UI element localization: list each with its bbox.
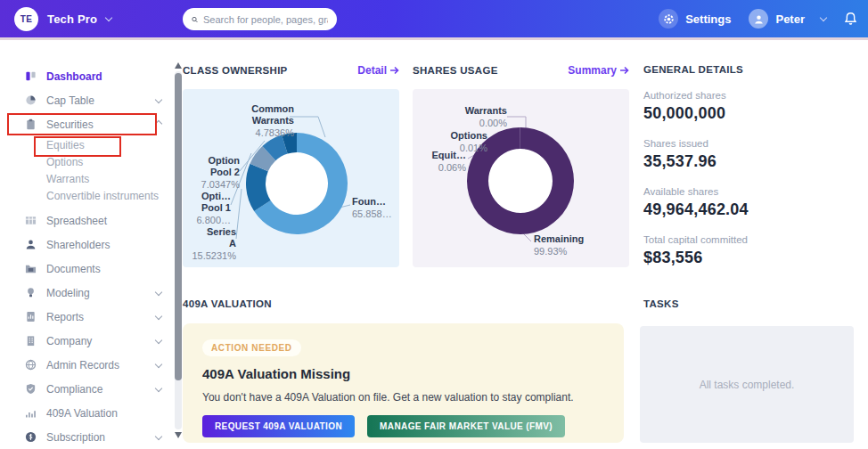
settings-label: Settings (685, 12, 731, 26)
documents-icon (25, 263, 37, 274)
donut-label-option-pool-2: Option Pool 2 7.0347% (188, 155, 240, 191)
chevron-down-icon[interactable] (155, 336, 162, 343)
sidebar: Dashboard Cap Table Securities Equities … (0, 40, 174, 449)
sidebar-item-label: Subscription (46, 431, 105, 444)
arrow-right-icon (619, 66, 629, 75)
company-switcher[interactable]: Tech Pro (47, 12, 97, 26)
main-content: CLASS OWNERSHIP Detail Common Warrants 4… (174, 40, 868, 449)
chevron-up-icon[interactable] (155, 119, 162, 127)
sidebar-item-cap-table[interactable]: Cap Table (0, 88, 174, 112)
sidebar-item-warrants[interactable]: Warrants (0, 170, 174, 187)
user-name: Peter (775, 12, 805, 26)
sidebar-item-409a-valuation[interactable]: 409A Valuation (0, 401, 174, 425)
company-logo[interactable]: TE (14, 7, 38, 31)
donut-label-remaining: Remaining 99.93% (534, 233, 584, 257)
user-menu[interactable]: Peter (749, 9, 826, 29)
topbar: TE Tech Pro Settings (0, 0, 868, 37)
scroll-up-arrow-icon[interactable] (175, 62, 182, 69)
sidebar-item-label: Dashboard (46, 70, 102, 83)
section-title: TASKS (643, 298, 679, 309)
general-details-item: Available shares 49,964,462.04 (643, 186, 857, 219)
chevron-down-icon[interactable] (155, 432, 162, 439)
valuation-409a-panel: ACTION NEEDED 409A Valuation Missing You… (183, 323, 624, 443)
request-409a-valuation-button[interactable]: REQUEST 409A VALUATION (202, 415, 355, 437)
sidebar-item-dashboard[interactable]: Dashboard (0, 64, 174, 88)
bell-icon[interactable] (844, 12, 857, 26)
sidebar-item-label: Compliance (46, 383, 102, 396)
donut-label-warrants: Warrants 0.00% (446, 105, 507, 129)
spreadsheet-icon (25, 215, 37, 226)
chevron-down-icon[interactable] (155, 312, 162, 319)
sidebar-item-equities[interactable]: Equities (0, 136, 174, 153)
sidebar-item-spreadsheet[interactable]: Spreadsheet (0, 208, 174, 233)
search-icon (192, 14, 198, 25)
general-details-panel: GENERAL DETAILS Authorized shares 50,000… (643, 64, 857, 267)
sidebar-item-shareholders[interactable]: Shareholders (0, 233, 174, 257)
company-initials: TE (20, 14, 32, 24)
sidebar-item-label: Shareholders (46, 239, 110, 251)
sidebar-item-company[interactable]: Company (0, 329, 174, 353)
chevron-down-icon[interactable] (155, 384, 162, 391)
section-title: GENERAL DETAILS (643, 64, 857, 75)
class-ownership-donut (242, 128, 352, 242)
sidebar-item-convertible-instruments[interactable]: Convertible instruments (0, 187, 174, 204)
building-icon (25, 335, 37, 347)
sidebar-item-admin-records[interactable]: Admin Records (0, 353, 174, 377)
sidebar-item-label: Equities (46, 139, 85, 151)
sidebar-item-label: Documents (46, 263, 101, 275)
scroll-down-arrow-icon[interactable] (175, 432, 182, 438)
chevron-down-icon[interactable] (105, 13, 112, 20)
sidebar-item-subscription[interactable]: Subscription (0, 425, 174, 449)
lightbulb-icon (25, 287, 37, 298)
sidebar-item-label: Options (46, 156, 83, 168)
securities-icon (25, 118, 37, 130)
sidebar-item-label: Warrants (46, 173, 89, 185)
valuation-buttons: REQUEST 409A VALUATION MANAGE FAIR MARKE… (202, 415, 604, 437)
sidebar-item-label: Cap Table (46, 94, 94, 107)
sidebar-item-securities[interactable]: Securities (0, 112, 174, 136)
sidebar-item-label: Modeling (46, 287, 90, 299)
sidebar-item-label: Convertible instruments (46, 190, 159, 202)
app-root: TE Tech Pro Settings (0, 0, 868, 449)
donut-label-founders: Foun… 65.858… (352, 196, 392, 220)
scrollbar-thumb[interactable] (175, 73, 182, 380)
donut-label-series-a: Series A 15.5231% (190, 226, 236, 262)
cap-table-icon (25, 94, 37, 106)
summary-link[interactable]: Summary (568, 64, 629, 77)
search-bar[interactable] (183, 8, 337, 30)
chevron-down-icon (820, 13, 827, 20)
sidebar-item-label: Reports (46, 311, 84, 323)
sidebar-item-label: 409A Valuation (46, 407, 118, 420)
sidebar-item-options[interactable]: Options (0, 153, 174, 170)
tasks-panel: All tasks completed. (640, 326, 854, 443)
chevron-down-icon[interactable] (155, 288, 162, 295)
gear-icon (659, 9, 678, 29)
valuation-409a-header: 409A VALUATION (183, 298, 450, 309)
detail-link[interactable]: Detail (357, 64, 399, 77)
section-title: 409A VALUATION (183, 298, 272, 309)
manage-fmv-button[interactable]: MANAGE FAIR MARKET VALUE (FMV) (367, 415, 565, 437)
general-details-item: Total capital committed $83,556 (643, 234, 857, 267)
arrow-right-icon (389, 66, 399, 75)
sidebar-item-modeling[interactable]: Modeling (0, 281, 174, 305)
chevron-down-icon[interactable] (155, 360, 162, 367)
shares-usage-panel: Warrants 0.00% Options 0.01% Equit… 0.06… (413, 89, 629, 267)
donut-label-common-warrants: Common Warrants 4.7836% (218, 103, 294, 139)
section-title: SHARES USAGE (413, 65, 498, 76)
class-ownership-panel: Common Warrants 4.7836% Option Pool 2 7.… (183, 89, 399, 267)
globe-icon (25, 359, 37, 371)
settings-button[interactable]: Settings (659, 9, 731, 29)
chevron-down-icon[interactable] (155, 95, 162, 102)
sidebar-item-reports[interactable]: Reports (0, 305, 174, 329)
sidebar-item-documents[interactable]: Documents (0, 257, 174, 281)
general-details-item: Authorized shares 50,000,000 (643, 90, 857, 123)
search-input[interactable] (203, 14, 328, 25)
valuation-missing-title: 409A Valuation Missing (202, 366, 604, 381)
shareholders-icon (25, 239, 37, 250)
donut-label-equities: Equit… 0.06% (413, 150, 466, 174)
sidebar-item-label: Company (46, 335, 92, 347)
report-icon (25, 311, 37, 322)
content-scrollbar (175, 62, 183, 449)
sidebar-item-compliance[interactable]: Compliance (0, 377, 174, 401)
sidebar-item-label: Securities (46, 118, 94, 131)
